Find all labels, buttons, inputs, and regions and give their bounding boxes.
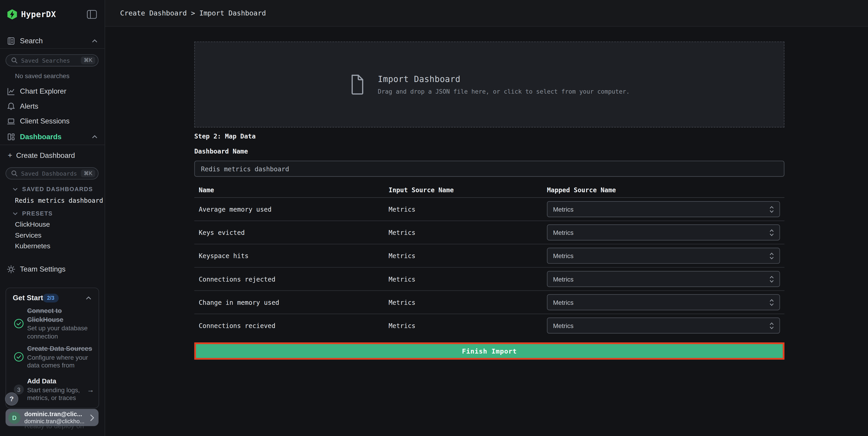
chart-name: Keys evicted [199,229,245,237]
saved-dashboards-search[interactable]: ⌘K [5,168,98,180]
journal-icon [7,36,16,45]
mapped-source-select[interactable]: Metrics [547,294,780,311]
screen: HyperDX Search [0,0,868,436]
sidebar-item-chart-explorer[interactable]: Chart Explorer [0,84,105,99]
mapped-source-select[interactable]: Metrics [547,318,780,334]
dropzone-title: Import Dashboard [378,74,630,84]
mapped-source-select[interactable]: Metrics [547,201,780,217]
get-started-card: Get Started 2/3 Connect to ClickHouse Se… [5,288,99,408]
sidebar: HyperDX Search [0,0,105,436]
get-started-item-connect[interactable]: Connect to ClickHouse Set up your databa… [27,307,95,340]
mapped-source-select[interactable]: Metrics [547,224,780,240]
selected-value: Metrics [553,275,770,282]
input-source-name: Metrics [389,205,415,213]
sidebar-section-search[interactable]: Search [0,33,105,48]
table-row: Average memory used Metrics Metrics [194,198,784,221]
mapped-source-select[interactable]: Metrics [547,248,780,264]
get-started-item-title: Connect to ClickHouse [27,307,95,324]
avatar: D [8,411,21,424]
table-row: Change in memory used Metrics Metrics [194,291,784,314]
sidebar-item-label: Dashboards [20,132,62,141]
select-chevrons-icon [770,275,774,283]
breadcrumb[interactable]: Create Dashboard > Import Dashboard [120,0,266,27]
select-chevrons-icon [770,205,774,213]
create-dashboard-button[interactable]: + Create Dashboard [8,150,75,160]
get-started-item-title: Add Data [27,377,85,386]
chart-name: Change in memory used [199,299,279,307]
chart-name: Keyspace hits [199,252,249,260]
check-circle-icon [14,352,24,362]
chart-name: Average memory used [199,205,272,213]
check-circle-icon [14,319,24,329]
section-saved-dashboards[interactable]: SAVED DASHBOARDS [12,186,93,192]
chevron-down-icon [12,186,19,192]
promo-line2: ClickHouse Cloud? [24,435,84,436]
table-row: Keyspace hits Metrics Metrics [194,244,784,268]
table-row: Keys evicted Metrics Metrics [194,221,784,244]
mapped-source-select[interactable]: Metrics [547,271,780,287]
sidebar-section-label: Search [20,37,43,45]
search-icon [11,170,18,177]
gear-icon [7,264,16,273]
plus-icon: + [8,150,12,160]
search-icon [11,57,18,64]
chart-icon [7,87,16,96]
table-row: Connections recieved Metrics Metrics [194,314,784,337]
sidebar-item-label: Client Sessions [20,117,70,125]
sidebar-item-dashboards[interactable]: Dashboards [0,129,105,144]
sidebar-item-alerts[interactable]: Alerts [0,99,105,114]
user-menu[interactable]: D dominic.tran@clic... dominic.tran@clic… [5,409,98,426]
sidebar-item-label: Alerts [20,102,38,110]
laptop-icon [7,117,16,125]
table-header: Name Input Source Name Mapped Source Nam… [194,183,784,198]
sidebar-preset-services[interactable]: Services [15,232,42,239]
selected-value: Metrics [553,253,770,259]
column-header-input-source: Input Source Name [389,186,454,194]
input-source-name: Metrics [389,229,415,237]
step-label: Step 2: Map Data [194,132,255,140]
hyperdx-logo-icon [7,9,18,20]
saved-dashboards-input[interactable] [21,170,78,177]
sidebar-preset-clickhouse[interactable]: ClickHouse [15,221,50,228]
sidebar-preset-kubernetes[interactable]: Kubernetes [15,242,51,250]
main-content: Create Dashboard > Import Dashboard Impo… [105,0,868,436]
input-source-name: Metrics [389,299,415,307]
sidebar-dashboard-link-redis[interactable]: Redis metrics dashboard [15,197,103,205]
selected-value: Metrics [553,206,770,212]
get-started-item-add-data[interactable]: Add Data Start sending logs, metrics, or… [27,377,85,402]
sidebar-item-team-settings[interactable]: Team Settings [0,262,105,277]
dashboard-grid-icon [7,132,16,141]
table-row: Connections rejected Metrics Metrics [194,268,784,291]
column-header-mapped-source: Mapped Source Name [547,186,616,194]
saved-searches-search[interactable]: ⌘K [5,54,98,66]
sidebar-collapse-icon[interactable] [87,10,97,19]
select-chevrons-icon [770,252,774,260]
chart-name: Connections recieved [199,322,275,330]
saved-searches-input[interactable] [21,57,78,64]
arrow-right-icon: → [87,386,94,394]
get-started-progress-badge: 2/3 [42,294,59,302]
get-started-item-desc: Configure where your data comes from [27,353,97,370]
get-started-item-sources[interactable]: Create Data Sources Configure where your… [27,345,97,369]
selected-value: Metrics [553,229,770,236]
section-label: SAVED DASHBOARDS [22,186,93,192]
dashboard-name-input[interactable] [194,161,784,177]
selected-value: Metrics [553,299,770,306]
get-started-item-desc: Start sending logs, metrics, or traces [27,386,85,402]
step-number-badge: 3 [14,384,24,395]
sidebar-item-label: Chart Explorer [20,87,66,95]
section-presets[interactable]: PRESETS [12,210,53,216]
chevron-up-icon[interactable] [85,295,92,301]
chevron-down-icon [12,211,19,216]
select-chevrons-icon [770,298,774,306]
dropzone-subtitle: Drag and drop a JSON file here, or click… [378,88,630,95]
import-dropzone[interactable]: Import Dashboard Drag and drop a JSON fi… [194,41,784,127]
input-source-name: Metrics [389,322,415,330]
input-source-name: Metrics [389,275,415,283]
selected-value: Metrics [553,322,770,329]
sidebar-item-client-sessions[interactable]: Client Sessions [0,114,105,129]
help-button[interactable]: ? [5,392,18,405]
shortcut-badge: ⌘K [81,57,95,64]
chevron-up-icon [91,38,98,43]
finish-import-button[interactable]: Finish Import [194,342,784,359]
